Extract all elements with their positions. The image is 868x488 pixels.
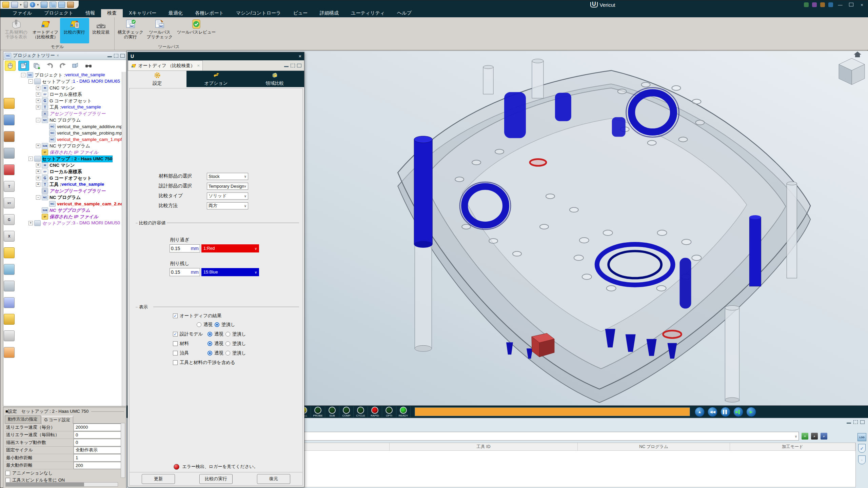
menu-item[interactable]: プロジェクト [38,9,79,17]
tree-item[interactable]: vericut_the_sample_cam_1.mpf [20,136,122,143]
dialog-maximize-icon[interactable] [297,64,301,67]
tool-manager-icon[interactable] [24,2,28,8]
setting-value-field[interactable]: 0 [74,439,125,446]
tool-interference-checkbox[interactable] [173,360,178,365]
ribbon-button-toolpath-review[interactable]: ツールパスレビュー [174,18,218,43]
fixture-checkbox[interactable] [173,351,178,355]
dock-tool-icon[interactable] [4,314,15,325]
project-file-icon[interactable] [11,2,18,8]
tree-item[interactable]: vericut_the_sample_additive.mpf [20,123,122,130]
menu-item[interactable]: ファイル [6,9,38,17]
settings-hscrollbar[interactable] [5,482,118,487]
nc-table-column-header[interactable]: 工具 ID [390,443,577,450]
dialog-minimize-icon[interactable] [284,64,289,67]
menu-item[interactable]: ビュー [287,9,314,17]
undercut-tolerance-input[interactable]: 0.15 mm [170,268,200,276]
tree-item[interactable]: 保存された IP ファイル [20,149,122,156]
tree-expander[interactable] [36,86,40,90]
menu-item[interactable]: マシン/コントローラ [230,9,287,17]
menu-item[interactable]: ヘルプ [391,9,418,17]
autodiff-tab[interactable]: オートディフ （比較検査） × [128,60,203,70]
add-model-icon[interactable] [32,61,42,70]
tab-gcode-settings[interactable]: G コード設定 [41,416,73,424]
tree-expander[interactable] [36,105,40,109]
dialog-close-button[interactable]: × [299,54,301,59]
layout-single-icon[interactable] [41,2,47,8]
dialog-float-icon[interactable] [291,64,295,67]
tree-item[interactable]: NC サブプログラム [20,143,122,149]
tree-expander[interactable] [36,118,40,122]
form-combobox[interactable]: Temporary Design∨ [207,183,248,190]
dock-tool-icon[interactable] [4,231,15,242]
tree-item[interactable]: NC プログラム [20,194,122,201]
tab-region-compare[interactable]: 領域比較 [245,71,304,87]
tree-item[interactable]: CNC マシン [20,85,122,91]
panel-float-icon[interactable] [853,420,858,424]
playback-button[interactable]: ▶▌ [733,407,743,417]
nc-table-column-header[interactable]: 加工モード [730,443,855,450]
tree-item[interactable]: ローカル座標系 [20,168,122,175]
info-icon[interactable]: i [30,2,35,7]
setting-value-field[interactable]: 1 [74,454,125,462]
menu-item[interactable]: ユーティリティ [345,9,391,17]
setting-value-field[interactable]: 200 [74,462,125,469]
design-model-checkbox[interactable] [173,332,178,337]
dock-tool-icon[interactable] [4,198,15,208]
tree-item[interactable]: セットアップ : 2 - Haas UMC 750 [20,156,122,162]
playback-button[interactable]: ▲ [695,407,705,417]
ribbon-button-toolpath-precheck[interactable]: NC ツールパスプリチェック [145,18,174,43]
menu-item[interactable]: 詳細構成 [314,9,345,17]
setting-value-field[interactable]: 0 [74,431,125,439]
undercut-color-combobox[interactable]: 15:Blue∨ [201,268,259,276]
playback-button[interactable]: ◀◀ [708,407,717,417]
translucent-radio[interactable] [208,341,212,346]
tree-expander[interactable] [36,92,40,97]
ribbon-button-compare-gauge[interactable]: 比較定規 [89,18,113,43]
update-button[interactable]: 更新 [142,474,175,484]
redo-icon[interactable] [58,61,68,70]
tree-item[interactable]: CNC マシン [20,162,122,168]
undo-icon[interactable] [45,61,55,70]
dock-tool-icon[interactable] [4,264,15,275]
reset-layout-icon[interactable] [67,2,74,8]
run-compare-button[interactable]: 比較の実行 [199,474,233,484]
form-combobox[interactable]: ソリッド∨ [207,192,248,200]
tree-item[interactable]: G コードオフセット [20,175,122,181]
dock-tool-icon[interactable] [4,214,15,225]
minimize-button[interactable]: — [836,2,844,7]
tree-item[interactable]: G コードオフセット [20,98,122,104]
maximize-button[interactable] [847,2,855,7]
panel-maximize-icon[interactable] [120,54,125,58]
tree-item[interactable]: NC プログラム [20,117,122,123]
ribbon-button-autodiff[interactable]: オートディフ（比較検査） [31,18,60,43]
menu-item[interactable]: 検査 [101,9,123,17]
stock-checkbox[interactable] [173,341,178,346]
tree-item[interactable]: セットアップ : 3 - DMG MORI DMU50 [20,220,122,226]
tree-expander[interactable] [36,176,40,180]
open-project-icon[interactable] [2,2,9,8]
nc-table-column-header[interactable]: NC プログラム [578,443,730,450]
form-combobox[interactable]: Stock∨ [207,173,248,180]
menu-item[interactable]: 各種レポート [189,9,230,17]
tab-options[interactable]: オプション [186,71,245,87]
tree-item[interactable]: NC サブプログラム [20,207,122,214]
tree-expander[interactable] [36,169,40,174]
fill-radio[interactable] [225,341,230,346]
spindle-on-checkbox[interactable] [5,478,10,483]
fill-radio[interactable] [225,332,230,337]
fill-radio[interactable] [225,351,230,355]
playback-button[interactable]: ▌▌ [721,407,730,417]
tree-scrollbar[interactable] [122,72,126,406]
dock-tool-icon[interactable] [4,181,15,192]
menu-item[interactable]: Xキャリバー [123,9,162,17]
tree-expander[interactable] [21,73,25,77]
settings-vscrollbar[interactable] [121,423,125,478]
list-settings-icon[interactable]: ≡ [802,433,808,440]
dock-tool-icon[interactable] [4,164,15,175]
tab-settings[interactable]: 設定 [128,71,186,87]
tree-item[interactable]: 工具 : vericut_the_sample [20,104,122,110]
close-button[interactable]: × [858,2,866,7]
setting-value-field[interactable]: 20000 [74,424,125,431]
fill-radio[interactable] [215,322,219,327]
tab-motion-method[interactable]: 動作方法の指定 [5,415,41,423]
